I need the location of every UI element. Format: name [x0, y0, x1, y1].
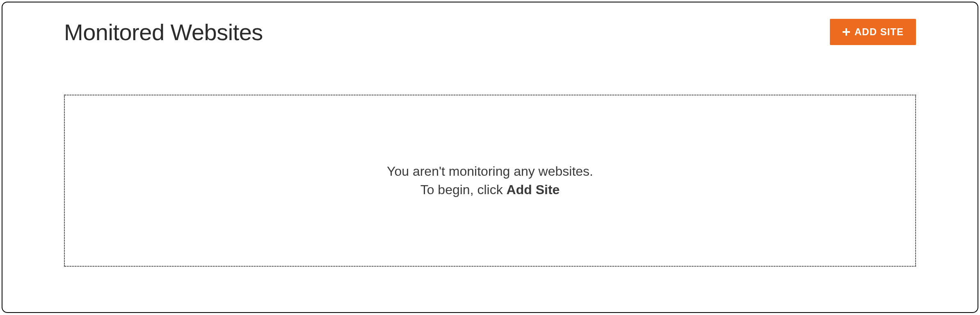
add-site-button[interactable]: ADD SITE [830, 19, 916, 45]
empty-state-line2-prefix: To begin, click [420, 182, 507, 197]
plus-icon [842, 28, 850, 36]
empty-state-line2: To begin, click Add Site [420, 181, 560, 199]
add-site-button-label: ADD SITE [854, 26, 904, 38]
header-row: Monitored Websites ADD SITE [64, 19, 916, 45]
empty-state-line2-bold: Add Site [507, 182, 560, 197]
page-title: Monitored Websites [64, 19, 263, 45]
monitored-websites-panel: Monitored Websites ADD SITE You aren't m… [2, 2, 978, 313]
empty-state-box: You aren't monitoring any websites. To b… [64, 95, 916, 267]
empty-state-line1: You aren't monitoring any websites. [387, 162, 593, 181]
svg-rect-1 [843, 31, 850, 33]
